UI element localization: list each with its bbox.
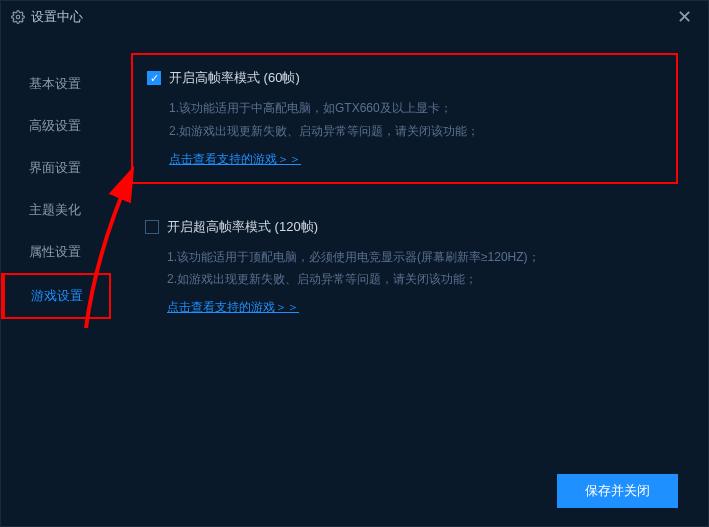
high-fps-desc1: 1.该功能适用于中高配电脑，如GTX660及以上显卡；	[169, 97, 658, 120]
sidebar-item-basic[interactable]: 基本设置	[1, 63, 111, 105]
sidebar-item-label: 高级设置	[29, 118, 81, 133]
high-fps-checkbox[interactable]	[147, 71, 161, 85]
settings-window: 设置中心 ✕ 基本设置 高级设置 界面设置 主题美化 属性设置 游戏设置 开启高…	[0, 0, 709, 527]
ultra-fps-desc1: 1.该功能适用于顶配电脑，必须使用电竞显示器(屏幕刷新率≥120HZ)；	[167, 246, 660, 269]
gear-icon	[11, 10, 25, 24]
high-fps-checkbox-row: 开启高帧率模式 (60帧)	[147, 69, 658, 87]
svg-point-0	[16, 15, 20, 19]
ultra-fps-label: 开启超高帧率模式 (120帧)	[167, 218, 318, 236]
titlebar: 设置中心 ✕	[1, 1, 708, 33]
sidebar: 基本设置 高级设置 界面设置 主题美化 属性设置 游戏设置	[1, 33, 111, 466]
close-icon[interactable]: ✕	[671, 4, 698, 30]
save-close-button[interactable]: 保存并关闭	[557, 474, 678, 508]
sidebar-item-label: 属性设置	[29, 244, 81, 259]
content-area: 开启高帧率模式 (60帧) 1.该功能适用于中高配电脑，如GTX660及以上显卡…	[111, 33, 708, 466]
high-fps-link[interactable]: 点击查看支持的游戏＞＞	[169, 151, 301, 168]
high-fps-desc2: 2.如游戏出现更新失败、启动异常等问题，请关闭该功能；	[169, 120, 658, 143]
high-fps-section: 开启高帧率模式 (60帧) 1.该功能适用于中高配电脑，如GTX660及以上显卡…	[131, 53, 678, 184]
ultra-fps-checkbox[interactable]	[145, 220, 159, 234]
ultra-fps-checkbox-row: 开启超高帧率模式 (120帧)	[145, 218, 660, 236]
sidebar-item-advanced[interactable]: 高级设置	[1, 105, 111, 147]
window-body: 基本设置 高级设置 界面设置 主题美化 属性设置 游戏设置 开启高帧率模式 (6…	[1, 33, 708, 466]
high-fps-label: 开启高帧率模式 (60帧)	[169, 69, 300, 87]
sidebar-item-label: 游戏设置	[31, 288, 83, 303]
sidebar-item-label: 主题美化	[29, 202, 81, 217]
ultra-fps-link[interactable]: 点击查看支持的游戏＞＞	[167, 299, 299, 316]
footer: 保存并关闭	[557, 474, 678, 508]
sidebar-item-label: 基本设置	[29, 76, 81, 91]
sidebar-item-game[interactable]: 游戏设置	[1, 273, 111, 319]
sidebar-item-ui[interactable]: 界面设置	[1, 147, 111, 189]
sidebar-item-property[interactable]: 属性设置	[1, 231, 111, 273]
sidebar-item-theme[interactable]: 主题美化	[1, 189, 111, 231]
sidebar-item-label: 界面设置	[29, 160, 81, 175]
window-title: 设置中心	[31, 8, 83, 26]
ultra-fps-desc2: 2.如游戏出现更新失败、启动异常等问题，请关闭该功能；	[167, 268, 660, 291]
ultra-fps-section: 开启超高帧率模式 (120帧) 1.该功能适用于顶配电脑，必须使用电竞显示器(屏…	[131, 204, 678, 331]
